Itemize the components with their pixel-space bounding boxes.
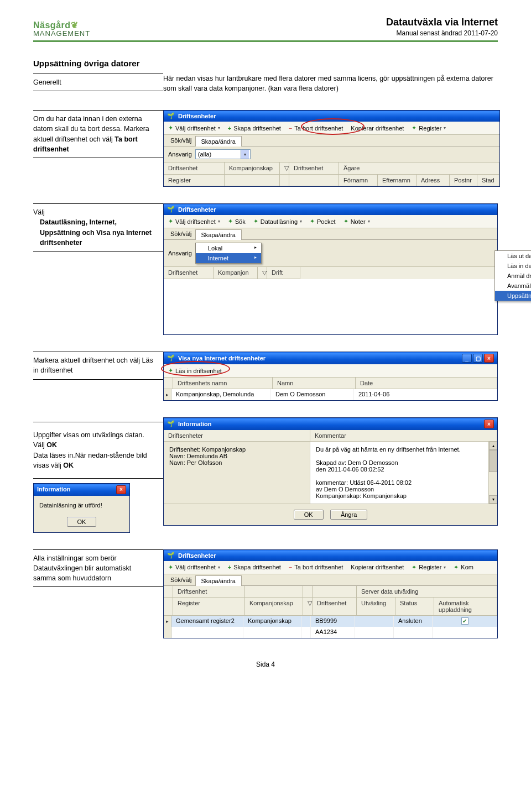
tab-label: Sök/välj: [167, 135, 195, 146]
col-agare[interactable]: Ägare: [339, 163, 499, 175]
tab-strip: Sök/välj Skapa/ändra: [164, 574, 497, 586]
table-row[interactable]: ▸ Gemensamt register2 Kompanjonskap BB99…: [164, 616, 497, 627]
close-button[interactable]: ×: [484, 420, 494, 428]
block3-text: Välj Datautläsning, Internet, Uppsättnin…: [33, 203, 163, 252]
tab-skapa-andra[interactable]: Skapa/ändra: [195, 229, 242, 240]
table-row[interactable]: AA1234: [164, 627, 497, 638]
scroll-up-icon[interactable]: ▴: [489, 442, 497, 450]
col-register[interactable]: Register: [164, 175, 225, 186]
menu-las-ut-data[interactable]: Läs ut data: [495, 251, 531, 261]
toolbar-pocket[interactable]: ✦Pocket: [309, 217, 337, 226]
close-button[interactable]: ×: [116, 485, 126, 494]
col-automatisk-uppladdning[interactable]: Automatisk uppladdning: [434, 598, 497, 616]
toolbar-kopierar-driftsenhet[interactable]: Kopierar driftsenhet: [350, 563, 405, 571]
toolbar-register[interactable]: ✦Register ▾: [410, 124, 447, 132]
col-stad[interactable]: Stad: [477, 175, 499, 186]
table-row[interactable]: ▸ Kompanjonskap, Demolunda Dem O Demosso…: [164, 389, 497, 400]
ok-button[interactable]: OK: [294, 510, 324, 520]
vertical-scrollbar[interactable]: ▴ ▾: [488, 442, 497, 504]
col-drift[interactable]: Drift: [267, 267, 300, 279]
col-kompanjonskap[interactable]: Kompanjonskap: [245, 598, 303, 616]
window-title: Information: [37, 485, 71, 494]
chevron-right-icon: ▸: [254, 255, 257, 260]
page-header: Näsgård❦ MANAGEMENT Datautväxla via Inte…: [33, 17, 498, 42]
leaf-icon: ❦: [71, 20, 79, 30]
col-kompanjonskap[interactable]: Kompanjonskap: [225, 163, 280, 175]
col-driftsenhet2[interactable]: Driftsenhet: [289, 163, 339, 175]
ansvarig-select[interactable]: (alla): [195, 149, 251, 159]
bullet-icon: ✦: [310, 218, 315, 225]
col-register[interactable]: Register: [173, 598, 245, 616]
col-sort[interactable]: ▽: [280, 163, 289, 175]
col-driftsenhets-namn[interactable]: Driftsenhets namn: [173, 378, 273, 389]
tab-skapa-andra[interactable]: Skapa/ändra: [195, 575, 242, 586]
col-status[interactable]: Status: [395, 598, 434, 616]
maximize-button[interactable]: ▢: [473, 354, 483, 363]
menu-lokal[interactable]: Lokal▸: [196, 243, 261, 253]
visa-nya-window: 🌱 Visa nya Internet driftsenheter _ ▢ × …: [163, 352, 498, 401]
toolbar-skapa-driftsenhet[interactable]: +Skapa driftsenhet: [227, 563, 282, 571]
toolbar-skapa-driftsenhet[interactable]: +Skapa driftsenhet: [227, 124, 282, 132]
window-titlebar[interactable]: 🌱 Visa nya Internet driftsenheter _ ▢ ×: [164, 352, 497, 364]
menu-uppsattning[interactable]: Uppsättning▸: [495, 291, 531, 301]
minimize-button[interactable]: _: [462, 354, 472, 363]
tab-skapa-andra[interactable]: Skapa/ändra: [195, 136, 242, 146]
col-kompanjon[interactable]: Kompanjon: [214, 267, 258, 279]
menu-internet[interactable]: Internet▸: [196, 253, 261, 263]
chevron-down-icon: ▾: [444, 565, 446, 570]
menu-avanmal-driftsenhet[interactable]: Avanmäl driftsenhet: [495, 281, 531, 291]
col-postnr[interactable]: Postnr: [450, 175, 477, 186]
app-icon: 🌱: [167, 552, 175, 559]
toolbar-sok[interactable]: ✦Sök: [227, 217, 247, 226]
toolbar-datautlasning[interactable]: ✦Datautläsning ▾: [252, 217, 303, 226]
toolbar-noter[interactable]: ✦Noter ▾: [342, 217, 371, 226]
toolbar-valj-driftsenhet[interactable]: ✦Välj driftsenhet ▾: [167, 124, 221, 132]
col-date[interactable]: Date: [356, 378, 497, 389]
window-titlebar[interactable]: 🌱 Driftsenheter: [164, 204, 497, 215]
toolbar-register[interactable]: ✦Register ▾: [410, 563, 447, 572]
toolbar-las-in-driftsenhet[interactable]: ✦Läs in driftsenhet: [167, 366, 223, 375]
col-driftsenhet[interactable]: Driftsenhet: [164, 163, 225, 175]
document-subtitle: Manual senast ändrad 2011-07-20: [386, 29, 498, 37]
toolbar-ta-bort-driftsenhet[interactable]: −Ta bort driftsenhet: [288, 124, 345, 132]
window-titlebar[interactable]: 🌱 Information ×: [164, 418, 497, 430]
menu-las-in-data[interactable]: Läs in data: [495, 261, 531, 271]
chevron-down-icon: ▾: [444, 125, 446, 130]
driftsenheter-window-1: 🌱 Driftsenheter ✦Välj driftsenhet ▾ +Ska…: [163, 110, 500, 187]
cancel-button[interactable]: Ångra: [330, 510, 367, 520]
col-utvaxling[interactable]: Utväxling: [357, 598, 395, 616]
app-icon: 🌱: [167, 112, 175, 120]
driftsenheter-window-2: 🌱 Driftsenheter ✦Välj driftsenhet ▾ ✦Sök…: [163, 203, 498, 335]
grid-header: Driftsenhet Kompanjonskap ▽ Driftsenhet …: [164, 163, 499, 175]
checkbox-checked-icon[interactable]: ✔: [461, 617, 468, 625]
ok-button[interactable]: OK: [67, 517, 97, 527]
tab-strip: Sök/välj Skapa/ändra: [164, 135, 499, 146]
col-server-data-utvaxling[interactable]: Server data utväxling: [357, 586, 497, 598]
grid-header: Driftsenhets namn Namn Date: [164, 378, 497, 389]
grid-subheader: Register Förnamn Efternamn Adress Postnr…: [164, 175, 499, 186]
bullet-icon: ✦: [168, 367, 173, 374]
menu-anmal-driftsenhet[interactable]: Anmäl driftsenhet: [495, 271, 531, 281]
scroll-down-icon[interactable]: ▾: [489, 495, 497, 504]
window-titlebar[interactable]: 🌱 Driftsenheter: [164, 550, 497, 561]
toolbar-kopierar-driftsenhet[interactable]: Kopierar driftsenhet: [350, 124, 405, 132]
toolbar-ta-bort-driftsenhet[interactable]: −Ta bort driftsenhet: [288, 563, 345, 571]
col-fornamn[interactable]: Förnamn: [339, 175, 378, 186]
bullet-icon: ✦: [343, 218, 348, 225]
close-button[interactable]: ×: [484, 354, 494, 363]
toolbar-valj-driftsenhet[interactable]: ✦Välj driftsenhet ▾: [167, 563, 221, 572]
bullet-icon: ✦: [454, 564, 459, 571]
col-driftsenhet[interactable]: Driftsenhet: [173, 586, 245, 598]
toolbar-valj-driftsenhet[interactable]: ✦Välj driftsenhet ▾: [167, 217, 221, 226]
col-adress[interactable]: Adress: [417, 175, 450, 186]
block4-text: Markera aktuell driftsenhet och välj Läs…: [33, 352, 163, 379]
block1-text: Här nedan visas hur lantbrukare med fler…: [163, 74, 498, 93]
col-namn[interactable]: Namn: [273, 378, 356, 389]
col-driftsenhet2[interactable]: Driftsenhet: [313, 598, 357, 616]
toolbar-kom[interactable]: ✦Kom: [452, 563, 475, 572]
window-titlebar[interactable]: Information ×: [34, 484, 129, 496]
col-efternamn[interactable]: Efternamn: [378, 175, 417, 186]
col-driftsenhet[interactable]: Driftsenhet: [164, 267, 214, 279]
window-title: Visa nya Internet driftsenheter: [178, 355, 266, 362]
window-titlebar[interactable]: 🌱 Driftsenheter: [164, 111, 499, 122]
